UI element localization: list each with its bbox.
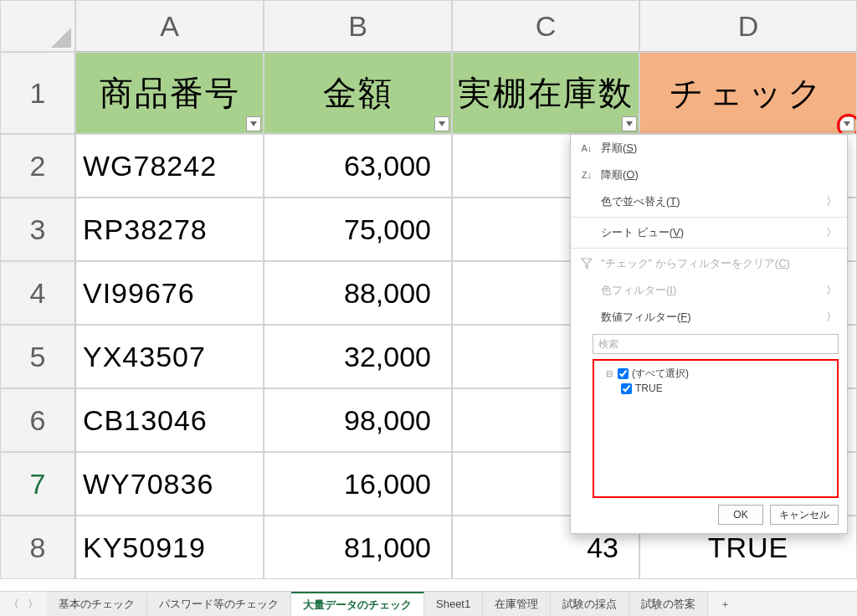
cancel-button[interactable]: キャンセル — [770, 505, 839, 525]
menu-sort-by-color[interactable]: 色で並べ替え(T) 〉 — [571, 188, 847, 215]
tree-collapse-icon: ⊟ — [606, 369, 614, 378]
row-head-6[interactable]: 6 — [0, 388, 75, 452]
sort-asc-icon: A↓ — [579, 143, 594, 153]
menu-sort-asc[interactable]: A↓ 昇順(S) — [571, 135, 847, 162]
cell-A7[interactable]: WY70836 — [75, 452, 264, 516]
tab-basic-check[interactable]: 基本のチェック — [47, 592, 147, 616]
row-head-7[interactable]: 7 — [0, 452, 75, 516]
filter-search-input[interactable] — [593, 334, 839, 354]
menu-button-row: OK キャンセル — [571, 505, 847, 533]
cell-A4[interactable]: VI99676 — [75, 261, 264, 325]
sort-desc-icon: Z↓ — [579, 170, 594, 180]
tab-nav[interactable]: 〈 〉 — [0, 592, 47, 616]
menu-clear-filter: "チェック" からフィルターをクリア(C) — [571, 250, 847, 277]
filter-button-B[interactable] — [434, 116, 449, 131]
chevron-right-icon: 〉 — [826, 310, 837, 325]
cell-A6[interactable]: CB13046 — [75, 388, 264, 452]
cell-A8[interactable]: KY50919 — [75, 516, 264, 579]
col-head-D[interactable]: D — [639, 0, 857, 52]
tab-sheet1[interactable]: Sheet1 — [424, 592, 483, 616]
header-cell-A1[interactable]: 商品番号 — [75, 52, 264, 134]
menu-separator — [571, 217, 847, 218]
header-cell-C1[interactable]: 実棚在庫数 — [452, 52, 639, 134]
menu-number-filter[interactable]: 数値フィルター(F) 〉 — [571, 304, 847, 331]
select-all-corner[interactable] — [0, 0, 75, 52]
cell-B4[interactable]: 88,000 — [264, 261, 452, 325]
add-sheet-button[interactable]: ＋ — [708, 592, 742, 616]
ok-button[interactable]: OK — [718, 505, 763, 525]
cell-B8[interactable]: 81,000 — [264, 516, 452, 579]
menu-sort-desc[interactable]: Z↓ 降順(O) — [571, 162, 847, 188]
header-label: 商品番号 — [100, 70, 240, 116]
chevron-right-icon: 〉 — [826, 194, 837, 209]
tab-password-check[interactable]: パスワード等のチェック — [147, 592, 291, 616]
cell-B6[interactable]: 98,000 — [264, 388, 452, 452]
filter-value-true[interactable]: TRUE — [621, 381, 830, 396]
tab-exam-answers[interactable]: 試験の答案 — [629, 592, 708, 616]
cell-A3[interactable]: RP38278 — [75, 198, 264, 261]
tab-bulk-data-check[interactable]: 大量データのチェック — [291, 592, 424, 616]
tab-inventory[interactable]: 在庫管理 — [483, 592, 551, 616]
checkbox-true[interactable] — [621, 383, 632, 394]
row-head-5[interactable]: 5 — [0, 325, 75, 388]
col-head-C[interactable]: C — [452, 0, 639, 52]
header-cell-B1[interactable]: 金額 — [264, 52, 452, 134]
chevron-right-icon: 〉 — [826, 225, 837, 240]
menu-color-filter: 色フィルター(I) 〉 — [571, 277, 847, 304]
row-head-3[interactable]: 3 — [0, 198, 75, 261]
filter-search[interactable] — [593, 334, 839, 354]
header-label: 金額 — [323, 70, 393, 116]
chevron-right-icon: 〉 — [826, 283, 837, 298]
col-head-A[interactable]: A — [75, 0, 264, 52]
cell-B3[interactable]: 75,000 — [264, 198, 452, 261]
chevron-right-icon[interactable]: 〉 — [28, 597, 38, 612]
filter-button-A[interactable] — [246, 116, 261, 131]
row-head-1[interactable]: 1 — [0, 52, 75, 134]
filter-button-D[interactable] — [839, 116, 854, 131]
header-label: チェック — [670, 70, 827, 116]
menu-separator — [571, 248, 847, 249]
filter-value-select-all[interactable]: ⊟ (すべて選択) — [606, 366, 830, 381]
filter-values-list[interactable]: ⊟ (すべて選択) TRUE — [593, 359, 839, 498]
cell-B2[interactable]: 63,000 — [264, 134, 452, 198]
menu-sheet-view[interactable]: シート ビュー(V) 〉 — [571, 219, 847, 246]
cell-B5[interactable]: 32,000 — [264, 325, 452, 388]
header-label: 実棚在庫数 — [458, 70, 634, 116]
funnel-clear-icon — [579, 258, 594, 270]
header-cell-D1[interactable]: チェック — [639, 52, 857, 134]
filter-dropdown-menu: A↓ 昇順(S) Z↓ 降順(O) 色で並べ替え(T) 〉 シート ビュー(V)… — [570, 134, 848, 534]
chevron-left-icon[interactable]: 〈 — [8, 597, 19, 612]
filter-button-C[interactable] — [622, 116, 637, 131]
col-head-B[interactable]: B — [264, 0, 452, 52]
cell-A5[interactable]: YX43507 — [75, 325, 264, 388]
sheet-tabs-bar: 〈 〉 基本のチェック パスワード等のチェック 大量データのチェック Sheet… — [0, 591, 857, 616]
row-head-2[interactable]: 2 — [0, 134, 75, 198]
cell-A2[interactable]: WG78242 — [75, 134, 264, 198]
row-head-4[interactable]: 4 — [0, 261, 75, 325]
checkbox-select-all[interactable] — [618, 368, 629, 379]
tab-exam-grading[interactable]: 試験の採点 — [551, 592, 629, 616]
row-head-8[interactable]: 8 — [0, 516, 75, 579]
cell-B7[interactable]: 16,000 — [264, 452, 452, 516]
